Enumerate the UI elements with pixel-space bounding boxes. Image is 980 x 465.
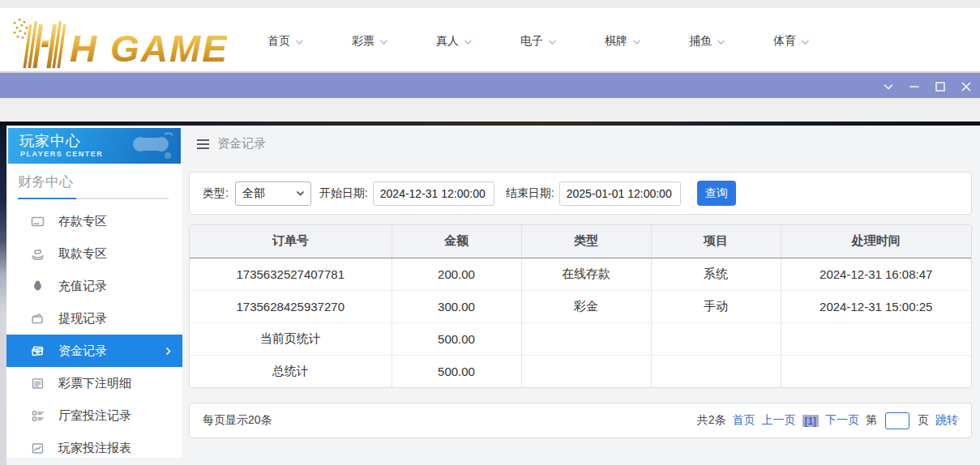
jump-action-link[interactable]: 跳转 xyxy=(935,413,958,428)
chevron-down-icon xyxy=(548,39,557,45)
first-page-link[interactable]: 首页 xyxy=(733,413,755,428)
window-close-icon[interactable] xyxy=(960,80,972,92)
sidebar-item-withdraw-zone[interactable]: 取款专区 xyxy=(6,237,182,270)
select-chevron-icon xyxy=(296,190,305,197)
app-window: H GAME 首页 彩票 真人 电子 棋牌 xyxy=(0,0,980,465)
wallet-icon xyxy=(31,312,45,326)
chevron-right-icon xyxy=(165,347,171,356)
sidebar-item-recharge-record[interactable]: 充值记录 xyxy=(6,270,182,302)
query-button[interactable]: 查询 xyxy=(697,181,736,206)
sidebar-item-withdrawal-record[interactable]: 提现记录 xyxy=(6,302,182,335)
table-row-page-total: 当前页统计 500.00 xyxy=(190,322,971,355)
table-row-grand-total: 总统计 500.00 xyxy=(190,355,971,387)
next-page-link[interactable]: 下一页 xyxy=(825,413,859,428)
nav-item-slots[interactable]: 电子 xyxy=(520,34,605,49)
jump-suffix-label: 页 xyxy=(918,413,929,428)
table-header-row: 订单号 金额 类型 项目 处理时间 xyxy=(190,225,971,258)
type-label: 类型: xyxy=(203,186,229,201)
chevron-down-icon xyxy=(379,39,388,45)
header-gray-band xyxy=(0,98,980,122)
nav-item-lottery[interactable]: 彩票 xyxy=(352,34,436,49)
chevron-down-icon xyxy=(632,39,641,45)
site-header: H GAME 首页 彩票 真人 电子 棋牌 xyxy=(0,8,980,71)
window-titlebar[interactable] xyxy=(0,71,980,98)
hh-game-logo[interactable]: H GAME xyxy=(8,13,227,75)
nav-item-home[interactable]: 首页 xyxy=(267,34,352,49)
nav-item-cards[interactable]: 棋牌 xyxy=(605,34,689,49)
col-process-time: 处理时间 xyxy=(781,225,971,258)
sidebar-item-lottery-bet-detail[interactable]: 彩票下注明细 xyxy=(6,367,182,399)
col-order-id: 订单号 xyxy=(190,225,392,258)
col-project: 项目 xyxy=(651,225,781,258)
jump-page-input[interactable] xyxy=(885,412,909,429)
chevron-down-icon xyxy=(801,39,810,45)
records-table: 订单号 金额 类型 项目 处理时间 1735632527407781 200.0… xyxy=(190,225,971,387)
end-date-input[interactable] xyxy=(559,181,681,206)
hand-money-icon xyxy=(31,247,45,261)
page-title: 资金记录 xyxy=(217,136,266,151)
records-table-panel: 订单号 金额 类型 项目 处理时间 1735632527407781 200.0… xyxy=(189,224,972,388)
window-maximize-icon[interactable] xyxy=(934,80,946,92)
sidebar-item-player-bet-report[interactable]: 玩家投注报表 xyxy=(6,432,182,458)
background-left-edge xyxy=(0,126,6,465)
nav-item-fishing[interactable]: 捕鱼 xyxy=(689,34,773,49)
total-count: 共2条 xyxy=(697,413,726,428)
deposit-card-icon xyxy=(31,215,45,228)
jump-prefix-label: 第 xyxy=(866,413,877,428)
start-date-input[interactable] xyxy=(373,181,494,206)
col-amount: 金额 xyxy=(392,225,521,258)
chevron-down-icon xyxy=(295,39,304,45)
pagination-bar: 每页显示20条 共2条 首页 上一页 [1] 下一页 第 页 跳转 xyxy=(189,403,972,438)
chevron-down-icon xyxy=(717,39,725,45)
sidebar-section-title: 财务中心 xyxy=(18,173,73,191)
breadcrumb: 资金记录 xyxy=(197,136,266,151)
sidebar-item-funds-record[interactable]: 资金记录 xyxy=(6,335,182,367)
filter-panel: 类型: 全部 开始日期: 结束日期: 查询 xyxy=(189,172,972,215)
table-row: 1735628425937270 300.00 彩金 手动 2024-12-31… xyxy=(190,290,971,322)
logo-text: H GAME xyxy=(70,28,227,70)
main-nav: 首页 彩票 真人 电子 棋牌 捕鱼 xyxy=(267,34,858,49)
money-bag-icon xyxy=(31,279,45,293)
menu-toggle-icon[interactable] xyxy=(197,139,209,149)
col-type: 类型 xyxy=(521,225,651,258)
logo-graphic: H GAME xyxy=(8,13,227,71)
window-dropdown-icon[interactable] xyxy=(882,80,894,92)
gamepad-icon xyxy=(127,131,176,164)
sidebar-item-hall-bet-record[interactable]: 厅室投注记录 xyxy=(6,399,182,432)
type-select[interactable]: 全部 xyxy=(235,181,311,206)
sidebar-title: 玩家中心 xyxy=(19,131,81,151)
document-lines-icon xyxy=(31,377,45,390)
table-row: 1735632527407781 200.00 在线存款 系统 2024-12-… xyxy=(190,258,971,290)
report-chart-icon xyxy=(31,442,45,455)
checklist-icon xyxy=(31,409,45,423)
top-edge-strip xyxy=(0,0,980,8)
sidebar-subtitle: PLAYERS CENTER xyxy=(20,150,103,158)
sidebar-menu: 存款专区 取款专区 充值记录 提现记录 资金记录 xyxy=(6,205,182,458)
sidebar-section-underline xyxy=(18,198,169,199)
end-date-label: 结束日期: xyxy=(506,186,554,201)
prev-page-link[interactable]: 上一页 xyxy=(762,413,796,428)
chevron-down-icon xyxy=(464,39,473,45)
sidebar: 玩家中心 PLAYERS CENTER 财务中心 存款专区 xyxy=(6,126,182,458)
sidebar-item-deposit-zone[interactable]: 存款专区 xyxy=(6,205,182,237)
per-page-info: 每页显示20条 xyxy=(203,413,272,428)
window-minimize-icon[interactable] xyxy=(908,80,920,92)
nav-item-sports[interactable]: 体育 xyxy=(773,34,858,49)
players-center-banner: 玩家中心 PLAYERS CENTER xyxy=(8,128,181,164)
start-date-label: 开始日期: xyxy=(319,186,368,201)
current-page-indicator: [1] xyxy=(802,415,819,427)
nav-item-live[interactable]: 真人 xyxy=(436,34,520,49)
banknotes-icon xyxy=(31,344,45,358)
